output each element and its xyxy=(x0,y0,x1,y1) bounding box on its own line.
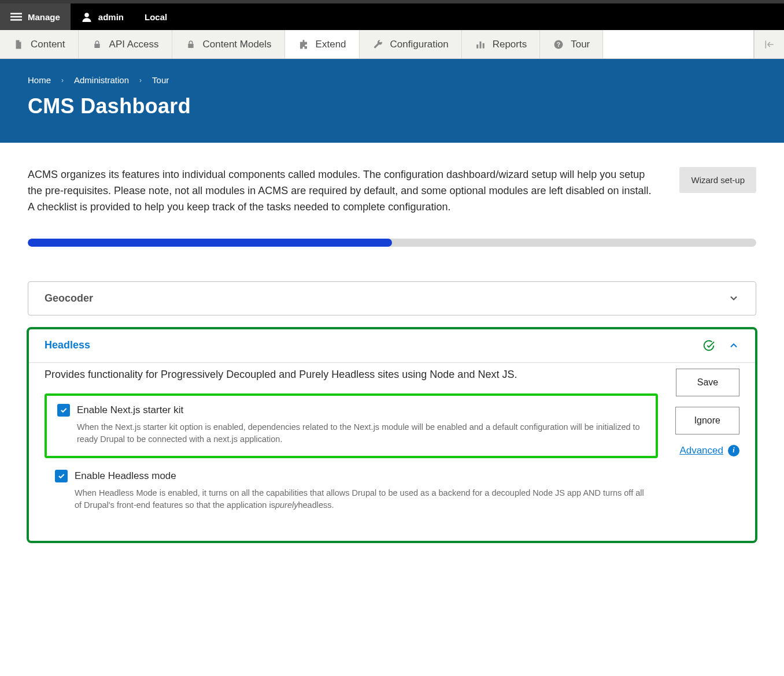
page-hero: Home › Administration › Tour CMS Dashboa… xyxy=(0,59,784,143)
option-nextjs-starter: Enable Next.js starter kit When the Next… xyxy=(45,393,658,458)
panel-geocoder: Geocoder xyxy=(28,281,756,315)
svg-rect-0 xyxy=(10,13,22,14)
chevron-down-icon xyxy=(728,292,739,304)
ignore-button[interactable]: Ignore xyxy=(675,407,739,434)
checkbox-nextjs[interactable] xyxy=(57,404,70,417)
svg-point-3 xyxy=(84,13,89,17)
tab-configuration[interactable]: Configuration xyxy=(360,30,462,58)
user-label: admin xyxy=(98,12,124,22)
admin-tabs: Content API Access Content Models Extend… xyxy=(0,30,784,59)
svg-rect-11 xyxy=(765,40,766,48)
option-headless-label: Enable Headless mode xyxy=(75,470,176,482)
breadcrumb-home[interactable]: Home xyxy=(28,75,51,85)
env-label: Local xyxy=(145,12,167,22)
svg-rect-4 xyxy=(94,43,99,47)
hamburger-icon xyxy=(10,11,22,23)
top-toolbar: Manage admin Local xyxy=(0,3,784,30)
svg-rect-8 xyxy=(482,43,484,48)
panel-actions: Save Ignore Advanced i xyxy=(675,369,739,456)
tab-extend[interactable]: Extend xyxy=(285,30,360,58)
option-headless-sub: When Headless Mode is enabled, it turns … xyxy=(75,487,648,511)
panel-geocoder-title: Geocoder xyxy=(45,292,728,304)
wrench-icon xyxy=(372,39,384,50)
lock-icon xyxy=(91,39,103,50)
tab-blank xyxy=(603,30,754,58)
puzzle-icon xyxy=(298,39,309,50)
option-nextjs-sub: When the Next.js starter kit option is e… xyxy=(77,421,645,445)
user-menu[interactable]: admin xyxy=(71,3,134,30)
option-nextjs-label: Enable Next.js starter kit xyxy=(77,404,183,416)
manage-label: Manage xyxy=(28,12,60,22)
svg-rect-7 xyxy=(479,41,481,48)
panel-geocoder-header[interactable]: Geocoder xyxy=(28,282,756,315)
tab-api-access[interactable]: API Access xyxy=(79,30,172,58)
main-content: ACMS organizes its features into individ… xyxy=(0,143,784,579)
svg-rect-5 xyxy=(188,43,193,47)
svg-rect-1 xyxy=(10,16,22,18)
bar-chart-icon xyxy=(475,39,486,50)
question-icon: ? xyxy=(553,39,564,50)
check-icon xyxy=(60,406,68,414)
breadcrumb-tour[interactable]: Tour xyxy=(152,75,169,85)
panel-headless-title: Headless xyxy=(45,339,702,351)
svg-text:?: ? xyxy=(557,40,560,47)
breadcrumb: Home › Administration › Tour xyxy=(28,75,756,85)
check-icon xyxy=(57,472,65,480)
intro-text: ACMS organizes its features into individ… xyxy=(28,167,656,216)
chevron-up-icon xyxy=(728,340,739,351)
collapse-toolbar-button[interactable] xyxy=(754,30,784,58)
checkbox-headless[interactable] xyxy=(55,470,68,482)
manage-toggle[interactable]: Manage xyxy=(0,3,71,30)
tab-content-models[interactable]: Content Models xyxy=(172,30,285,58)
svg-rect-6 xyxy=(476,44,478,49)
panel-headless-body: Provides functionality for Progressively… xyxy=(28,362,756,541)
chevron-right-icon: › xyxy=(61,76,64,84)
progress-bar xyxy=(28,239,756,247)
headless-description: Provides functionality for Progressively… xyxy=(45,369,658,381)
file-icon xyxy=(13,39,24,50)
svg-rect-2 xyxy=(10,19,22,20)
advanced-link[interactable]: Advanced xyxy=(679,445,723,456)
user-icon xyxy=(81,11,93,23)
tab-reports[interactable]: Reports xyxy=(462,30,541,58)
wizard-setup-button[interactable]: Wizard set-up xyxy=(679,167,756,193)
save-button[interactable]: Save xyxy=(676,369,739,396)
lock-icon xyxy=(185,39,197,50)
panel-headless-header[interactable]: Headless xyxy=(28,329,756,362)
panel-headless: Headless Provides functionality for Prog… xyxy=(28,328,756,542)
env-indicator[interactable]: Local xyxy=(134,3,177,30)
tab-content[interactable]: Content xyxy=(0,30,79,58)
collapse-left-icon xyxy=(764,39,775,50)
check-circle-icon xyxy=(702,339,715,352)
progress-fill xyxy=(28,239,392,247)
info-icon[interactable]: i xyxy=(728,445,739,456)
chevron-right-icon: › xyxy=(139,76,142,84)
tab-tour[interactable]: ? Tour xyxy=(540,30,603,58)
page-title: CMS Dashboard xyxy=(28,94,756,118)
option-headless-mode: Enable Headless mode When Headless Mode … xyxy=(45,462,658,522)
breadcrumb-admin[interactable]: Administration xyxy=(74,75,129,85)
